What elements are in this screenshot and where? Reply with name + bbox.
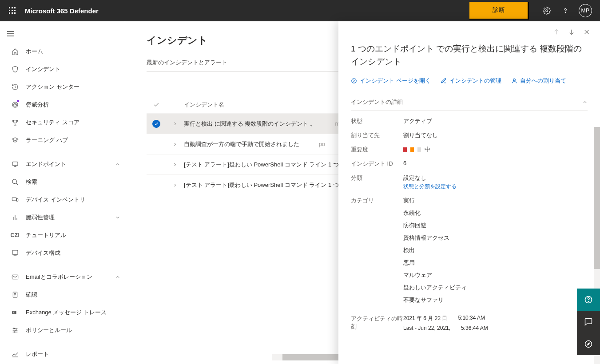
severity-bar-icon bbox=[403, 147, 407, 152]
assign-to-me-button[interactable]: 自分への割り当て bbox=[511, 77, 566, 85]
nav-label: アクション センター bbox=[26, 83, 79, 91]
floating-help-buttons bbox=[577, 289, 600, 355]
nav-label: ホーム bbox=[26, 47, 43, 55]
nav-label: レポート bbox=[26, 350, 49, 358]
label-activity-time: アクティビティの時刻 bbox=[351, 315, 403, 334]
exchange-icon: E bbox=[9, 309, 21, 316]
nav-label: デバイス インベントリ bbox=[26, 196, 85, 204]
section-title: インシデントの詳細 bbox=[351, 98, 403, 106]
svg-rect-7 bbox=[12, 12, 13, 14]
search-icon bbox=[9, 178, 21, 186]
help-button[interactable] bbox=[577, 289, 600, 311]
expand-icon[interactable] bbox=[172, 182, 178, 188]
svg-rect-4 bbox=[12, 10, 13, 11]
category-item: 不要なサファリ bbox=[403, 296, 588, 309]
user-avatar[interactable]: MP bbox=[579, 4, 592, 17]
prev-icon[interactable] bbox=[553, 28, 560, 36]
nav-tutorial[interactable]: CZI チュートリアル bbox=[0, 226, 125, 244]
nav-search[interactable]: 検索 bbox=[0, 173, 125, 191]
nav-action-center[interactable]: アクション センター bbox=[0, 78, 125, 96]
section-incident-details[interactable]: インシデントの詳細 bbox=[351, 90, 588, 111]
svg-point-38 bbox=[16, 330, 17, 331]
manage-incident-button[interactable]: インシデントの管理 bbox=[441, 77, 501, 85]
next-icon[interactable] bbox=[568, 28, 575, 36]
nav-device-config[interactable]: デバイス構成 bbox=[0, 244, 125, 262]
nav-policies-rules[interactable]: ポリシーとルール bbox=[0, 321, 125, 339]
expand-icon[interactable] bbox=[172, 121, 178, 127]
top-bar: Microsoft 365 Defender 診断 MP bbox=[0, 0, 600, 21]
nav-email-collab[interactable]: Emailとコラボレーション bbox=[0, 268, 125, 286]
chevron-up-icon bbox=[115, 274, 120, 280]
nav-learning-hub[interactable]: ラーニング ハブ bbox=[0, 131, 125, 149]
value-categories: 実行永続化防御回避資格情報アクセス検出悪用マルウェア疑わしいアクティビティ不要な… bbox=[403, 197, 588, 309]
home-icon bbox=[9, 48, 21, 55]
svg-point-50 bbox=[588, 301, 588, 302]
diagnostics-button[interactable]: 診断 bbox=[469, 2, 529, 20]
label-classification: 分類 bbox=[351, 174, 403, 190]
header-check[interactable] bbox=[147, 102, 166, 108]
nav-label: 脆弱性管理 bbox=[26, 214, 55, 222]
svg-line-22 bbox=[16, 183, 18, 185]
value-activity-time: 2021 年 6 月 22 日5:10:34 AM Last - Jun 22,… bbox=[403, 315, 588, 334]
config-icon bbox=[9, 249, 21, 257]
pane-body: インシデントの詳細 状態アクティブ 割り当て先割り当てなし 重要度 中 インシデ… bbox=[338, 90, 600, 364]
label-category: カテゴリ bbox=[351, 197, 403, 309]
value-incident-id: 6 bbox=[403, 160, 588, 168]
nav-threat-analytics[interactable]: 脅威分析 bbox=[0, 96, 125, 114]
nav-label: デバイス構成 bbox=[26, 249, 60, 257]
close-icon[interactable] bbox=[583, 28, 590, 36]
label-status: 状態 bbox=[351, 117, 403, 125]
nav-label: ラーニング ハブ bbox=[26, 136, 68, 144]
nav-review[interactable]: 確認 bbox=[0, 286, 125, 304]
category-item: 実行 bbox=[403, 197, 588, 209]
vuln-icon bbox=[9, 214, 21, 221]
category-item: 疑わしいアクティビティ bbox=[403, 284, 588, 296]
details-pane: 1 つのエンドポイント での実行と検出に関連する 複数段階のインシデント インシ… bbox=[338, 21, 600, 364]
nav-secure-score[interactable]: セキュリティ スコア bbox=[0, 114, 125, 131]
tab-latest[interactable]: 最新のインシデントとアラート bbox=[147, 59, 227, 67]
nav-device-inventory[interactable]: デバイス インベントリ bbox=[0, 191, 125, 209]
mail-icon bbox=[9, 273, 21, 281]
category-item: 永続化 bbox=[403, 209, 588, 222]
nav-label: Exchange メッセージ トレース bbox=[26, 309, 107, 317]
set-classification-link[interactable]: 状態と分類を設定する bbox=[403, 183, 588, 190]
svg-rect-23 bbox=[12, 198, 16, 201]
device-icon bbox=[9, 196, 21, 203]
category-item: 検出 bbox=[403, 246, 588, 259]
product-name: Microsoft 365 Defender bbox=[25, 7, 99, 15]
category-item: 悪用 bbox=[403, 259, 588, 271]
open-incident-page-button[interactable]: インシデント ページを開く bbox=[351, 77, 431, 85]
nav-exchange-trace[interactable]: E Exchange メッセージ トレース bbox=[0, 304, 125, 321]
action-label: 自分への割り当て bbox=[520, 77, 566, 85]
nav-home[interactable]: ホーム bbox=[0, 43, 125, 60]
compass-button[interactable] bbox=[577, 333, 600, 355]
app-launcher-icon[interactable] bbox=[5, 4, 20, 18]
svg-rect-25 bbox=[12, 250, 18, 254]
nav-vulnerability-management[interactable]: 脆弱性管理 bbox=[0, 209, 125, 226]
nav-report[interactable]: レポート bbox=[0, 345, 125, 363]
sidebar: ホーム インシデント アクション センター 脅威分析 セキュリティ スコア ラー… bbox=[0, 21, 125, 364]
nav-incidents[interactable]: インシデント bbox=[0, 60, 125, 78]
svg-rect-5 bbox=[14, 10, 16, 11]
feedback-button[interactable] bbox=[577, 311, 600, 333]
value-severity: 中 bbox=[403, 146, 588, 154]
row-checkbox[interactable] bbox=[152, 120, 160, 128]
expand-icon[interactable] bbox=[172, 142, 178, 147]
help-icon[interactable] bbox=[560, 5, 571, 16]
svg-point-47 bbox=[352, 79, 357, 83]
nav-collapse-icon[interactable] bbox=[0, 25, 21, 43]
category-item: 資格情報アクセス bbox=[403, 234, 588, 246]
settings-icon[interactable] bbox=[541, 5, 552, 16]
report-icon bbox=[9, 351, 21, 358]
pane-title: 1 つのエンドポイント での実行と検出に関連する 複数段階のインシデント bbox=[338, 43, 600, 68]
nav-label: チュートリアル bbox=[26, 231, 66, 239]
sliders-icon bbox=[9, 327, 21, 334]
label-incident-id: インシデント ID bbox=[351, 160, 403, 168]
svg-rect-24 bbox=[16, 198, 18, 201]
czi-icon: CZI bbox=[9, 232, 21, 238]
shield-icon bbox=[9, 66, 21, 73]
nav-endpoint[interactable]: エンドポイント bbox=[0, 155, 125, 173]
trophy-icon bbox=[9, 119, 21, 126]
expand-icon[interactable] bbox=[172, 162, 178, 167]
svg-point-21 bbox=[12, 179, 16, 183]
